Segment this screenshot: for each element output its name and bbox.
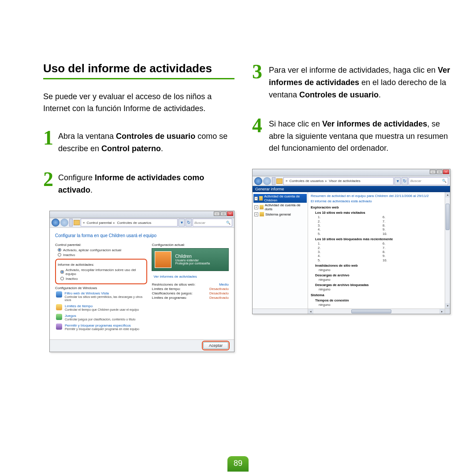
- scroll-up-icon[interactable]: ▴: [445, 192, 450, 197]
- intro-paragraph: Se puede ver y evaluar el acceso de los …: [43, 91, 234, 115]
- globe-icon: [56, 291, 62, 298]
- minimize-button[interactable]: –: [214, 212, 220, 216]
- scroll-down-icon[interactable]: ▾: [445, 303, 450, 309]
- highlighted-activity-reporting: Informe de actividades: Activado, recopi…: [55, 259, 147, 284]
- avatar: [155, 251, 171, 268]
- top-sites-list: 1.2.3.4.5. 6.7.8.9.10.: [318, 215, 447, 236]
- horizontal-scrollbar[interactable]: ◂ ▸: [253, 309, 450, 314]
- radio-off[interactable]: [60, 277, 64, 280]
- tree-item-system[interactable]: +Sistema general: [253, 212, 307, 217]
- folder-icon: [276, 178, 283, 184]
- toolbar-generate-report[interactable]: Generar informe: [253, 186, 450, 192]
- time-limits-link[interactable]: Límites de tiempo: [65, 304, 139, 308]
- radio-off[interactable]: [58, 253, 61, 257]
- forward-button[interactable]: [263, 177, 271, 185]
- games-link[interactable]: Juegos: [65, 314, 135, 318]
- scroll-right-icon[interactable]: ▸: [439, 309, 445, 314]
- refresh-button[interactable]: ↻: [186, 219, 192, 227]
- web-filter-link[interactable]: Filtro web de Windows Vista: [65, 291, 148, 295]
- programs-icon: [56, 324, 62, 330]
- forward-button[interactable]: [60, 219, 68, 227]
- breadcrumb[interactable]: « Control parental ▸ Controles de usuari…: [81, 219, 178, 227]
- clock-icon: [56, 304, 62, 310]
- radio-on[interactable]: [58, 248, 61, 252]
- report-icon: [260, 212, 264, 216]
- allow-block-link[interactable]: Permitir y bloquear programas específico…: [65, 324, 139, 327]
- step-1: 1 Abra la ventana Controles de usuario c…: [43, 128, 234, 155]
- blocked-sites-list: 1.2.3.4.5. 6.7.8.9.10.: [318, 242, 447, 262]
- activity-viewer-window: – □ × « Controles de usuarios ▸ Visor de…: [252, 169, 450, 314]
- close-button[interactable]: ×: [443, 170, 449, 174]
- step-text: Abra la ventana Controles de usuario com…: [58, 128, 234, 155]
- highlighted-ok-button: Aceptar: [202, 341, 230, 350]
- scroll-thumb[interactable]: [446, 204, 450, 230]
- tree-item-children[interactable]: +Actividad de cuenta de Children: [253, 194, 307, 203]
- search-input[interactable]: Buscar 🔍: [409, 177, 448, 185]
- expand-icon[interactable]: +: [254, 212, 258, 216]
- games-icon: [56, 314, 62, 320]
- page-number-badge: 89: [0, 456, 476, 472]
- maximize-button[interactable]: □: [220, 212, 227, 216]
- user-card: Children Usuario estándar Protegida por …: [152, 248, 229, 271]
- scroll-left-icon[interactable]: ◂: [308, 309, 313, 314]
- folder-icon: [74, 220, 80, 225]
- minimize-button[interactable]: –: [430, 170, 436, 174]
- refresh-button[interactable]: ↻: [402, 177, 408, 185]
- step-2: 2 Configure Informe de actividades como …: [43, 169, 234, 197]
- search-icon: 🔍: [442, 179, 446, 183]
- report-icon: [259, 196, 263, 201]
- close-button[interactable]: ×: [227, 212, 233, 216]
- window-titlebar: – □ ×: [50, 211, 234, 218]
- window-titlebar: – □ ×: [253, 169, 450, 176]
- view-activity-reports-link[interactable]: Ver informes de actividades: [153, 275, 197, 279]
- back-button[interactable]: [52, 219, 60, 227]
- expand-icon[interactable]: +: [254, 197, 258, 201]
- history-dropdown[interactable]: [272, 177, 275, 185]
- refresh-dropdown[interactable]: ▾: [178, 219, 185, 227]
- ok-button[interactable]: Aceptar: [203, 342, 228, 349]
- vertical-scrollbar[interactable]: ▴ ▾: [445, 192, 450, 309]
- address-bar: « Control parental ▸ Controles de usuari…: [50, 218, 234, 228]
- scroll-thumb[interactable]: [351, 309, 392, 313]
- breadcrumb[interactable]: « Controles de usuarios ▸ Visor de activ…: [283, 177, 394, 185]
- expand-icon[interactable]: +: [254, 205, 258, 209]
- radio-on[interactable]: [60, 270, 64, 274]
- step-number: 1: [43, 128, 55, 155]
- tree-view: +Actividad de cuenta de Children +Activi…: [253, 192, 308, 309]
- back-button[interactable]: [254, 177, 262, 185]
- search-icon: 🔍: [226, 221, 231, 225]
- step-4: 4 Si hace clic en Ver informes de activi…: [252, 115, 450, 155]
- refresh-dropdown[interactable]: ▾: [394, 177, 401, 185]
- maximize-button[interactable]: □: [436, 170, 443, 174]
- tree-item-doris[interactable]: +Actividad de cuenta de doris: [253, 203, 307, 212]
- search-input[interactable]: Buscar 🔍: [193, 219, 232, 227]
- step-3: 3 Para ver el informe de actividades, ha…: [252, 62, 450, 101]
- page-title: Configurar la forma en que Children usar…: [55, 233, 229, 238]
- report-panel: Resumen de actividad en el equipo para C…: [308, 192, 450, 309]
- section-heading: Uso del informe de actividades: [43, 62, 234, 79]
- report-icon: [260, 205, 264, 209]
- parental-controls-window: – □ × « Control parental ▸ Controles de …: [49, 211, 234, 352]
- history-dropdown[interactable]: [69, 219, 73, 227]
